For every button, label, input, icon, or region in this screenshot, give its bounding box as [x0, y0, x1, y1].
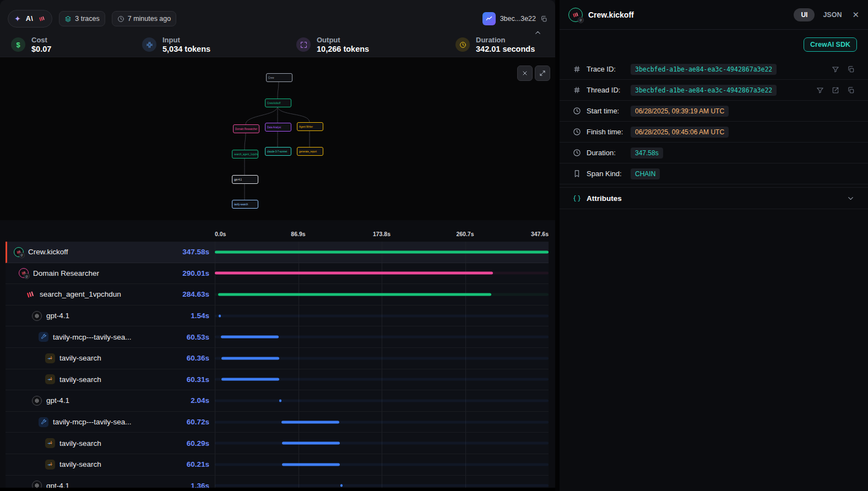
graph-node-label: Agent Writer — [297, 126, 314, 128]
span-row-gpt-4-1[interactable]: gpt-4.12.04s — [6, 390, 549, 412]
traces-count-badge[interactable]: 3 traces — [59, 11, 105, 26]
chart-icon[interactable] — [482, 12, 496, 25]
waterfall-timeline: 0.0s86.9s173.8s260.7s347.6s @Crew.kickof… — [0, 220, 555, 491]
graph-node-tv[interactable]: tavily-search — [232, 200, 258, 209]
span-row-tavily-mcp-tavily-sea[interactable]: tavily-mcp---tavily-sea...60.53s — [6, 326, 549, 348]
graph-node-dr[interactable]: Domain Researcher — [233, 124, 259, 133]
duration-bar — [215, 272, 493, 275]
graph-node-gr[interactable]: generate_report — [297, 147, 323, 156]
span-row-crew-kickoff[interactable]: @Crew.kickoff347.58s — [6, 242, 549, 263]
integration-logos[interactable]: ✦ A\ — [8, 10, 52, 28]
trace-graph-panel: CrewCrew.kickoffDomain ResearcherData An… — [0, 57, 555, 220]
tavily-search-icon — [45, 353, 55, 363]
crewai-badge-icon: @ — [568, 8, 583, 22]
span-name: tavily-search — [59, 460, 101, 468]
tab-ui[interactable]: UI — [794, 8, 815, 21]
tavily-search-icon — [45, 438, 55, 448]
span-row-gpt-4-1[interactable]: gpt-4.11.54s — [6, 305, 549, 327]
time-ago-badge[interactable]: 7 minutes ago — [112, 11, 177, 26]
dollar-icon: $ — [11, 37, 25, 52]
span-name: tavily-mcp---tavily-sea... — [53, 418, 132, 426]
tab-json[interactable]: JSON — [823, 11, 842, 19]
span-row-domain-researcher[interactable]: @Domain Researcher290.01s — [6, 263, 549, 285]
graph-node-label: Crew.kickoff — [265, 102, 282, 105]
metric-label: Input — [162, 36, 210, 44]
graph-node-cl[interactable]: claude-3-7-sonnet — [265, 147, 291, 156]
trace-viewer-pane: ✦ A\ 3 traces 7 minutes ago 3bec...3e22 — [0, 0, 555, 491]
crewai-badge-icon: @ — [14, 247, 24, 257]
span-row-tavily-search[interactable]: tavily-search60.31s — [6, 369, 549, 391]
span-row-tavily-search[interactable]: tavily-search60.29s — [6, 433, 549, 454]
metric-label: Duration — [476, 36, 535, 44]
metric-cost: $Cost$0.07 — [11, 36, 142, 53]
chevron-down-icon[interactable] — [847, 194, 855, 203]
graph-node-label: gpt-4.1 — [232, 178, 243, 181]
trace-topbar: ✦ A\ 3 traces 7 minutes ago 3bec...3e22 — [0, 0, 555, 31]
detail-row-thread-id: Thread ID:3becbfed-a1be-ae84-ea3c-494286… — [560, 80, 868, 101]
duration-track — [215, 442, 549, 445]
duration-bar — [282, 442, 340, 445]
view-tabs: UI JSON ✕ — [794, 8, 859, 21]
graph-expand-button[interactable] — [535, 66, 550, 81]
graph-node-sa[interactable]: search_agent_1vpchdun — [232, 150, 258, 159]
span-duration: 347.58s — [182, 248, 215, 256]
app: ✦ A\ 3 traces 7 minutes ago 3bec...3e22 — [0, 0, 868, 491]
span-duration: 60.21s — [187, 460, 215, 468]
hash-icon — [573, 86, 581, 94]
detail-actions — [832, 66, 855, 73]
expand-icon — [539, 70, 546, 77]
graph-node-kickoff[interactable]: Crew.kickoff — [265, 99, 291, 107]
tools-icon — [39, 417, 48, 427]
graph-close-button[interactable] — [517, 66, 533, 81]
close-panel-icon[interactable]: ✕ — [852, 10, 859, 20]
duration-bar — [218, 293, 491, 296]
axis-tick: 173.8s — [373, 231, 390, 237]
braces-icon — [573, 194, 581, 203]
span-name: search_agent_1vpchdun — [40, 290, 121, 298]
detail-value: 3becbfed-a1be-ae84-ea3c-4942867a3e22 — [631, 85, 777, 96]
trace-id-short: 3bec...3e22 — [500, 15, 536, 23]
detail-value: 06/28/2025, 09:39:19 AM UTC — [631, 106, 729, 117]
graph-node-da[interactable]: Data Analyst — [265, 123, 291, 132]
close-icon — [522, 70, 528, 77]
span-name: Crew.kickoff — [28, 248, 68, 256]
openai-icon — [32, 396, 42, 406]
copy-icon[interactable] — [847, 66, 855, 73]
span-duration: 284.63s — [182, 290, 215, 298]
bottom-strip — [0, 488, 555, 491]
span-row-tavily-search[interactable]: tavily-search60.21s — [6, 454, 549, 476]
attributes-section[interactable]: Attributes — [560, 187, 868, 209]
span-row-search-agent-1vpchdun[interactable]: search_agent_1vpchdun284.63s — [6, 284, 549, 305]
detail-label: Start time: — [587, 107, 631, 115]
span-row-tavily-search[interactable]: tavily-search60.36s — [6, 348, 549, 369]
sparkle-icon: ✦ — [14, 15, 21, 23]
graph-node-crew[interactable]: Crew — [266, 73, 292, 82]
clock-icon — [573, 149, 581, 157]
details-rows: Trace ID:3becbfed-a1be-ae84-ea3c-4942867… — [560, 59, 868, 184]
sub-badge: @ — [19, 252, 25, 258]
detail-value: 3becbfed-a1be-ae84-ea3c-4942867a3e22 — [631, 64, 777, 75]
filter-icon[interactable] — [832, 66, 839, 73]
details-header: @ Crew.kickoff UI JSON ✕ — [560, 0, 868, 30]
detail-label: Duration: — [587, 149, 631, 157]
metric-label: Output — [317, 36, 369, 44]
filter-icon[interactable] — [816, 86, 824, 94]
detail-value: CHAIN — [631, 168, 660, 179]
chevron-up-icon[interactable] — [534, 29, 542, 37]
duration-bar — [282, 463, 340, 466]
external-icon[interactable] — [832, 86, 839, 94]
detail-label: Span Kind: — [587, 170, 631, 178]
copy-icon[interactable] — [540, 15, 547, 23]
span-name: tavily-search — [59, 375, 101, 384]
duration-bar — [221, 336, 279, 339]
copy-icon[interactable] — [847, 86, 855, 94]
span-row-tavily-mcp-tavily-sea[interactable]: tavily-mcp---tavily-sea...60.72s — [6, 412, 549, 433]
time-ago-label: 7 minutes ago — [128, 15, 171, 23]
axis-tick: 347.6s — [531, 231, 549, 237]
axis-tick: 0.0s — [215, 231, 226, 237]
graph-node-aw[interactable]: Agent Writer — [297, 122, 323, 131]
duration-bar — [221, 378, 279, 381]
attributes-label: Attributes — [587, 194, 622, 203]
detail-row-trace-id: Trace ID:3becbfed-a1be-ae84-ea3c-4942867… — [560, 59, 868, 80]
graph-node-gpt[interactable]: gpt-4.1 — [232, 175, 258, 184]
